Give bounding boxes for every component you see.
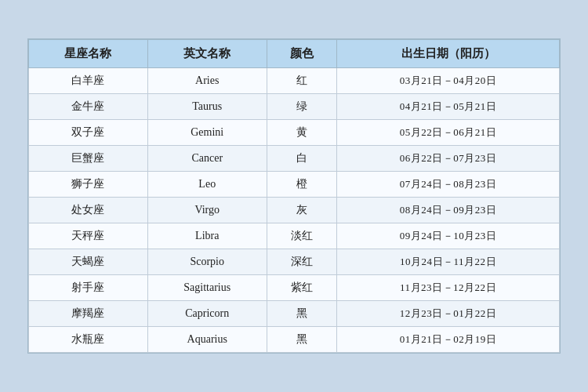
table-cell-r7-c2: 深红 — [267, 249, 336, 275]
table-cell-r5-c0: 处女座 — [29, 198, 148, 223]
table-cell-r7-c1: Scorpio — [147, 249, 267, 275]
table-cell-r1-c1: Taurus — [147, 94, 267, 120]
table-cell-r10-c1: Aquarius — [147, 327, 267, 353]
table-row: 摩羯座Capricorn黑12月23日－01月22日 — [29, 301, 560, 327]
table-cell-r4-c2: 橙 — [267, 172, 336, 198]
table-cell-r2-c0: 双子座 — [29, 120, 148, 146]
table-cell-r8-c2: 紫红 — [267, 275, 336, 301]
table-cell-r5-c3: 08月24日－09月23日 — [337, 198, 560, 223]
table-cell-r7-c0: 天蝎座 — [29, 249, 148, 275]
table-row: 狮子座Leo橙07月24日－08月23日 — [29, 172, 560, 198]
table-cell-r0-c0: 白羊座 — [29, 68, 148, 94]
table-cell-r6-c3: 09月24日－10月23日 — [337, 223, 560, 249]
table-row: 巨蟹座Cancer白06月22日－07月23日 — [29, 146, 560, 172]
table-row: 金牛座Taurus绿04月21日－05月21日 — [29, 94, 560, 120]
table-cell-r6-c0: 天秤座 — [29, 223, 148, 249]
zodiac-table: 星座名称英文名称颜色出生日期（阳历） 白羊座Aries红03月21日－04月20… — [28, 39, 560, 353]
column-header-2: 颜色 — [267, 40, 336, 68]
table-row: 射手座Sagittarius紫红11月23日－12月22日 — [29, 275, 560, 301]
table-cell-r6-c2: 淡红 — [267, 223, 336, 249]
table-body: 白羊座Aries红03月21日－04月20日金牛座Taurus绿04月21日－0… — [29, 68, 560, 353]
table-cell-r8-c3: 11月23日－12月22日 — [337, 275, 560, 301]
table-cell-r9-c0: 摩羯座 — [29, 301, 148, 327]
table-cell-r4-c3: 07月24日－08月23日 — [337, 172, 560, 198]
table-cell-r1-c3: 04月21日－05月21日 — [337, 94, 560, 120]
table-row: 白羊座Aries红03月21日－04月20日 — [29, 68, 560, 94]
table-cell-r10-c3: 01月21日－02月19日 — [337, 327, 560, 353]
table-cell-r6-c1: Libra — [147, 223, 267, 249]
table-cell-r8-c0: 射手座 — [29, 275, 148, 301]
table-row: 双子座Gemini黄05月22日－06月21日 — [29, 120, 560, 146]
table-cell-r9-c2: 黑 — [267, 301, 336, 327]
table-row: 天蝎座Scorpio深红10月24日－11月22日 — [29, 249, 560, 275]
table-cell-r4-c0: 狮子座 — [29, 172, 148, 198]
table-cell-r0-c3: 03月21日－04月20日 — [337, 68, 560, 94]
table-cell-r3-c1: Cancer — [147, 146, 267, 172]
table-cell-r9-c1: Capricorn — [147, 301, 267, 327]
column-header-3: 出生日期（阳历） — [337, 40, 560, 68]
zodiac-table-container: 星座名称英文名称颜色出生日期（阳历） 白羊座Aries红03月21日－04月20… — [27, 38, 561, 354]
table-cell-r0-c1: Aries — [147, 68, 267, 94]
table-cell-r1-c0: 金牛座 — [29, 94, 148, 120]
table-row: 水瓶座Aquarius黑01月21日－02月19日 — [29, 327, 560, 353]
column-header-1: 英文名称 — [147, 40, 267, 68]
table-cell-r2-c1: Gemini — [147, 120, 267, 146]
table-cell-r2-c2: 黄 — [267, 120, 336, 146]
table-cell-r10-c0: 水瓶座 — [29, 327, 148, 353]
table-cell-r10-c2: 黑 — [267, 327, 336, 353]
table-cell-r1-c2: 绿 — [267, 94, 336, 120]
table-cell-r8-c1: Sagittarius — [147, 275, 267, 301]
table-row: 处女座Virgo灰08月24日－09月23日 — [29, 198, 560, 223]
table-header-row: 星座名称英文名称颜色出生日期（阳历） — [29, 40, 560, 68]
table-cell-r0-c2: 红 — [267, 68, 336, 94]
table-cell-r5-c2: 灰 — [267, 198, 336, 223]
table-row: 天秤座Libra淡红09月24日－10月23日 — [29, 223, 560, 249]
column-header-0: 星座名称 — [29, 40, 148, 68]
table-cell-r3-c3: 06月22日－07月23日 — [337, 146, 560, 172]
table-cell-r4-c1: Leo — [147, 172, 267, 198]
table-cell-r9-c3: 12月23日－01月22日 — [337, 301, 560, 327]
table-cell-r3-c0: 巨蟹座 — [29, 146, 148, 172]
table-cell-r7-c3: 10月24日－11月22日 — [337, 249, 560, 275]
table-cell-r2-c3: 05月22日－06月21日 — [337, 120, 560, 146]
table-cell-r3-c2: 白 — [267, 146, 336, 172]
table-cell-r5-c1: Virgo — [147, 198, 267, 223]
